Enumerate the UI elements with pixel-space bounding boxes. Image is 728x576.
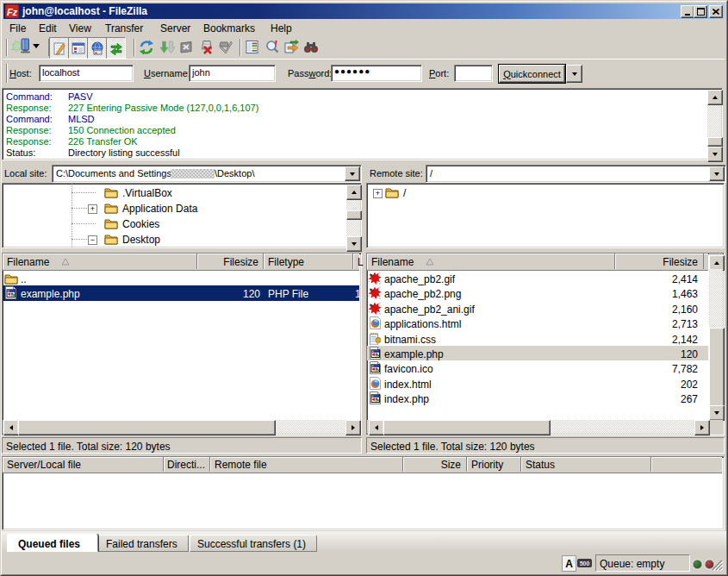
svg-text:Fz: Fz: [7, 7, 18, 17]
